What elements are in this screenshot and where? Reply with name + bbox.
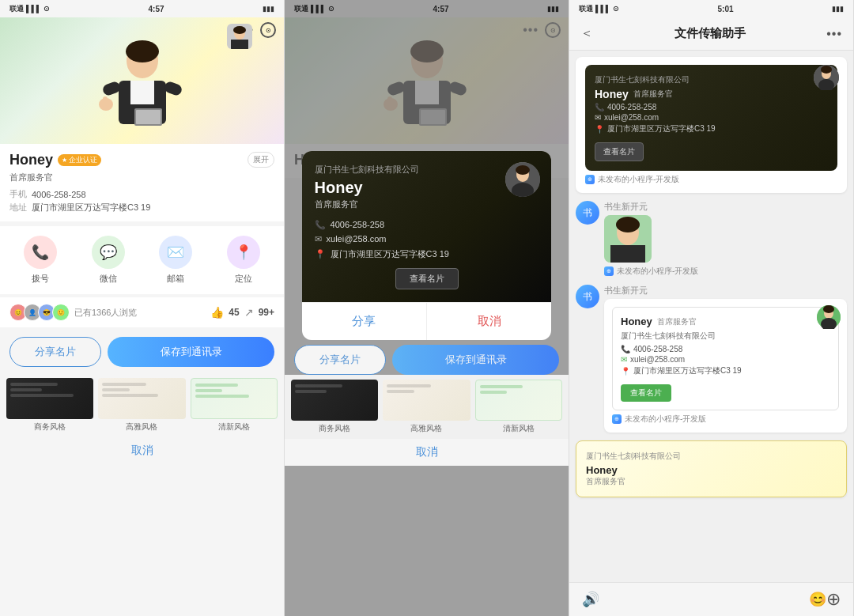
panel1-scroll: Honey ★ 企业认证 首席服务官 展开 手机 4006-258-258 地址… [0, 144, 284, 616]
dialog-cancel-btn-2[interactable]: 取消 [427, 303, 551, 340]
dialog-phone-row-2: 📞 4006-258-258 [315, 220, 539, 230]
status-bar-3: 联通 ▌▌▌ ⊙ 5:01 ▮▮▮ [569, 0, 853, 17]
dialog-addr-icon-2: 📍 [315, 249, 326, 259]
dark-card-view-btn[interactable]: 查看名片 [595, 142, 644, 161]
share-icon-1: ↗ [244, 306, 254, 319]
dark-card-phone-val: 4006-258-258 [607, 103, 656, 111]
cancel-link-2[interactable]: 取消 [285, 439, 569, 466]
contact-title-1: 首席服务官 [9, 172, 101, 183]
more-icon-3[interactable]: ••• [826, 27, 842, 41]
mini-prog-icon-2: ⊕ [604, 266, 614, 276]
share-card-btn-2[interactable]: 分享名片 [294, 345, 386, 375]
dark-card-phone-icon: 📞 [595, 103, 604, 111]
gc-name: Honey [621, 316, 652, 327]
mini-prog-text-2: 未发布的小程序-开发版 [617, 266, 698, 277]
action-wechat-1[interactable]: 💬 微信 [92, 236, 125, 285]
svg-rect-34 [610, 245, 645, 263]
wechat-icon-1: 💬 [92, 236, 125, 269]
template-label-elegant-1: 高雅风格 [126, 421, 157, 433]
template-thumb-business-2 [291, 380, 378, 421]
gc-email-icon: ✉ [621, 355, 627, 364]
signal-3: ▌▌▌ [595, 5, 610, 13]
share-card-btn-1[interactable]: 分享名片 [9, 337, 101, 367]
msg-sender-row: 书 书生新开元 ⊕ 未发布的小程序-开发版 [576, 201, 847, 277]
wifi-icon-1: ⊙ [43, 5, 50, 13]
svg-point-11 [233, 26, 246, 34]
action-row-1: 📞 拨号 💬 微信 ✉️ 邮箱 📍 定位 [0, 226, 284, 294]
dialog-view-btn-2[interactable]: 查看名片 [395, 268, 459, 289]
gc-addr-row: 📍 厦门市湖里区万达写字楼C3 19 [621, 365, 830, 376]
cancel-link-1[interactable]: 取消 [0, 437, 284, 464]
carrier-3: 联通 [579, 4, 593, 14]
panel2-bottom-btns: 分享名片 保存到通讯录 [285, 340, 569, 375]
mail-icon-1: ✉️ [159, 236, 192, 269]
dialog-addr-row-2: 📍 厦门市湖里区万达写字楼C3 19 [315, 248, 539, 260]
panel1: 联通 ▌▌▌ ⊙ 4:57 ▮▮▮ ••• ⊙ [0, 0, 285, 616]
sender-avatar-2: 书 [576, 201, 599, 225]
yc-title: 首席服务官 [586, 476, 837, 487]
dialog-company-2: 厦门书生七刻科技有限公司 [315, 164, 539, 176]
action-location-1[interactable]: 📍 定位 [227, 236, 260, 285]
dialog-job-2: 首席服务官 [315, 198, 539, 210]
time-1: 4:57 [149, 5, 164, 13]
save-contact-btn-2[interactable]: 保存到通讯录 [392, 345, 559, 375]
dark-card-mini-link[interactable]: ⊕ 未发布的小程序-开发版 [585, 174, 837, 185]
person-image-1 [95, 37, 190, 144]
gc-addr-val: 厦门市湖里区万达写字楼C3 19 [633, 365, 742, 376]
dialog-share-btn-2[interactable]: 分享 [302, 303, 427, 340]
template-fresh-2[interactable]: 清新风格 [475, 380, 562, 434]
back-button-3[interactable]: ＜ [580, 25, 593, 42]
status-left-1: 联通 ▌▌▌ ⊙ [9, 4, 50, 14]
sender-name-2: 书生新开元 [604, 201, 847, 213]
template-elegant-1[interactable]: 高雅风格 [98, 378, 185, 433]
dialog-card-dark-2: 厦门书生七刻科技有限公司 Honey 首席服务官 📞 4006-258-258 … [302, 151, 552, 302]
location-label-1: 定位 [235, 273, 252, 285]
phone-label-1: 手机 [9, 188, 28, 200]
signal-1: ▌▌▌ [26, 5, 41, 13]
gc-mini-link[interactable]: ⊕ 未发布的小程序-开发版 [612, 414, 839, 425]
gc-company: 厦门书生七刻科技有限公司 [621, 331, 830, 342]
svg-rect-9 [136, 110, 161, 124]
svg-point-37 [823, 305, 834, 313]
dark-card-name: Honey [595, 88, 629, 100]
dark-card-title: 首席服务官 [633, 89, 673, 100]
dialog-addr-val-2: 厦门市湖里区万达写字楼C3 19 [331, 248, 449, 260]
action-mail-1[interactable]: ✉️ 邮箱 [159, 236, 192, 285]
action-call-1[interactable]: 📞 拨号 [24, 236, 57, 285]
gc-phone-val: 4006-258-258 [633, 345, 682, 353]
template-thumb-fresh-2 [475, 380, 562, 421]
battery-1: ▮▮▮ [263, 5, 274, 13]
like-icon-1: 👍 [210, 306, 224, 319]
dark-card-avatar [814, 65, 839, 90]
template-label-elegant-2: 高雅风格 [410, 423, 442, 434]
template-label-business-1: 商务风格 [34, 421, 66, 433]
save-contact-btn-1[interactable]: 保存到通讯录 [108, 337, 274, 367]
call-label-1: 拨号 [32, 273, 49, 285]
yc-name: Honey [586, 464, 837, 476]
svg-point-1 [126, 40, 159, 62]
location-icon-1: 📍 [227, 236, 260, 269]
template-fresh-1[interactable]: 清新风格 [191, 378, 278, 433]
gc-view-btn[interactable]: 查看名片 [621, 384, 671, 402]
add-icon-3[interactable]: ⊕ [826, 589, 841, 610]
sender-mini-link-2[interactable]: ⊕ 未发布的小程序-开发版 [604, 266, 847, 277]
sender-name-3: 书生新开元 [604, 285, 847, 297]
template-elegant-2[interactable]: 高雅风格 [383, 380, 470, 434]
target-icon-1[interactable]: ⊙ [260, 22, 276, 38]
gc-avatar [817, 305, 841, 329]
gc-email-row: ✉ xulei@258.com [621, 355, 830, 364]
templates-row-2: 商务风格 高雅风格 清新风格 [285, 375, 569, 439]
template-business-2[interactable]: 商务风格 [291, 380, 378, 434]
chat-messages-3[interactable]: 厦门书生七刻科技有限公司 Honey 首席服务官 📞 4006-258-258 … [569, 51, 853, 582]
sound-icon-3[interactable]: 🔊 [582, 591, 599, 608]
template-label-business-2: 商务风格 [319, 423, 350, 434]
dialog-avatar-2 [505, 162, 540, 197]
chat-title-3: 文件传输助手 [599, 26, 820, 41]
template-business-1[interactable]: 商务风格 [6, 378, 93, 433]
emoji-icon-3[interactable]: 😊 [809, 591, 826, 608]
address-row-1: 地址 厦门市湖里区万达写字楼C3 19 [9, 202, 274, 214]
dark-card-addr-row: 📍 厦门市湖里区万达写字楼C3 19 [595, 123, 828, 134]
dialog-phone-icon-2: 📞 [315, 220, 326, 230]
dialog-actions-2: 分享 取消 [302, 302, 552, 340]
expand-button-1[interactable]: 展开 [248, 152, 274, 168]
